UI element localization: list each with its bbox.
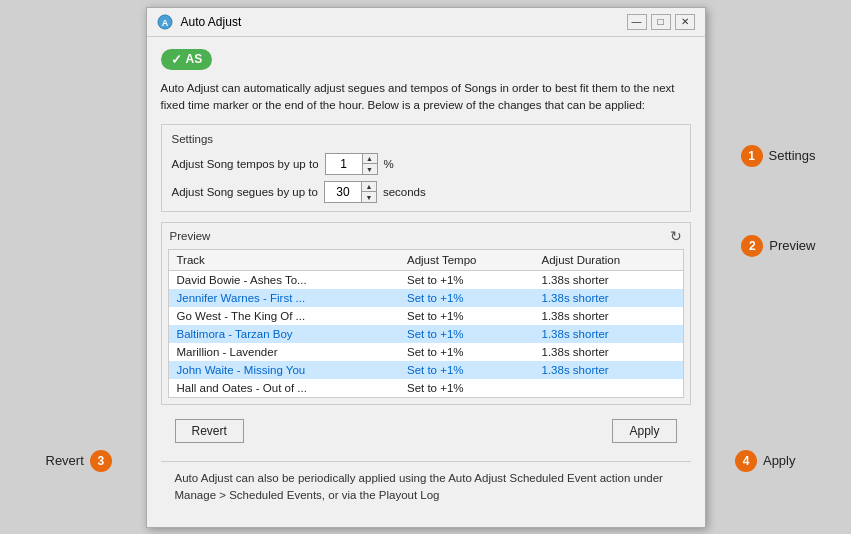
preview-group-label: Preview [170,230,211,242]
tempo-spinner: ▲ ▼ [325,153,378,175]
col-duration: Adjust Duration [534,250,683,271]
badge-label: AS [186,52,203,66]
callout-label-1: Settings [769,148,816,163]
cell-tempo: Set to +1% [399,289,534,307]
cell-duration: 1.38s shorter [534,325,683,343]
cell-track: Baltimora - Tarzan Boy [169,325,399,343]
tempo-setting-row: Adjust Song tempos by up to ▲ ▼ % [172,153,680,175]
cell-track: Hall and Oates - Out of ... [169,379,399,397]
cell-duration: 1.38s shorter [534,361,683,379]
segue-input[interactable] [325,182,361,202]
dialog-icon: A [157,14,173,30]
callout-circle-3: 3 [90,450,112,472]
preview-table-wrapper: Track Adjust Tempo Adjust Duration David… [168,249,684,398]
callout-1: 1 Settings [741,145,816,167]
maximize-button[interactable]: □ [651,14,671,30]
cell-tempo: Set to +1% [399,379,534,397]
cell-duration: 1.38s shorter [534,289,683,307]
col-track: Track [169,250,399,271]
check-icon: ✓ [171,52,182,67]
footer-buttons: Revert Apply [161,415,691,451]
callout-2: 2 Preview [741,235,815,257]
cell-duration [534,379,683,397]
cell-track: David Bowie - Ashes To... [169,271,399,290]
callout-4: 4 Apply [735,450,796,472]
table-row: Go West - The King Of ...Set to +1%1.38s… [169,307,683,325]
segue-spinner: ▲ ▼ [324,181,377,203]
dialog-title: Auto Adjust [181,15,619,29]
segue-spinner-buttons: ▲ ▼ [361,182,376,202]
auto-adjust-dialog: A Auto Adjust — □ ✕ ✓ AS Auto Adjust can… [146,7,706,528]
col-tempo: Adjust Tempo [399,250,534,271]
preview-group: Preview ↻ Track Adjust Tempo Adjust Dura… [161,222,691,405]
tempo-spinner-buttons: ▲ ▼ [362,154,377,174]
segue-down-button[interactable]: ▼ [362,192,376,202]
table-row: John Waite - Missing YouSet to +1%1.38s … [169,361,683,379]
segue-up-button[interactable]: ▲ [362,182,376,192]
segue-setting-row: Adjust Song segues by up to ▲ ▼ seconds [172,181,680,203]
callout-3: 3 Revert [46,450,112,472]
cell-duration: 1.38s shorter [534,307,683,325]
footer-note: Auto Adjust can also be periodically app… [161,461,691,515]
table-row: Marillion - LavenderSet to +1%1.38s shor… [169,343,683,361]
callout-circle-2: 2 [741,235,763,257]
table-row: Hall and Oates - Out of ...Set to +1% [169,379,683,397]
table-row: David Bowie - Ashes To...Set to +1%1.38s… [169,271,683,290]
cell-track: Marillion - Lavender [169,343,399,361]
apply-button[interactable]: Apply [612,419,676,443]
tempo-input[interactable] [326,154,362,174]
refresh-icon[interactable]: ↻ [670,228,682,244]
callout-label-4: Apply [763,453,796,468]
table-row: Baltimora - Tarzan BoySet to +1%1.38s sh… [169,325,683,343]
callout-circle-1: 1 [741,145,763,167]
callout-label-2: Preview [769,238,815,253]
close-button[interactable]: ✕ [675,14,695,30]
cell-tempo: Set to +1% [399,343,534,361]
preview-header: Preview ↻ [162,223,690,249]
preview-table: Track Adjust Tempo Adjust Duration David… [169,250,683,397]
tempo-label: Adjust Song tempos by up to [172,158,319,170]
tempo-unit: % [384,158,394,170]
table-header-row: Track Adjust Tempo Adjust Duration [169,250,683,271]
as-badge: ✓ AS [161,49,213,70]
window-controls: — □ ✕ [627,14,695,30]
cell-track: Go West - The King Of ... [169,307,399,325]
cell-track: John Waite - Missing You [169,361,399,379]
segue-unit: seconds [383,186,426,198]
revert-button[interactable]: Revert [175,419,244,443]
tempo-down-button[interactable]: ▼ [363,164,377,174]
cell-tempo: Set to +1% [399,307,534,325]
cell-tempo: Set to +1% [399,271,534,290]
minimize-button[interactable]: — [627,14,647,30]
cell-tempo: Set to +1% [399,361,534,379]
settings-group: Settings Adjust Song tempos by up to ▲ ▼… [161,124,691,212]
cell-duration: 1.38s shorter [534,343,683,361]
svg-text:A: A [161,18,168,28]
dialog-body: ✓ AS Auto Adjust can automatically adjus… [147,37,705,527]
dialog-wrapper: A Auto Adjust — □ ✕ ✓ AS Auto Adjust can… [146,7,706,528]
tempo-up-button[interactable]: ▲ [363,154,377,164]
table-row: Jennifer Warnes - First ...Set to +1%1.3… [169,289,683,307]
settings-group-label: Settings [172,133,680,145]
cell-track: Jennifer Warnes - First ... [169,289,399,307]
title-bar: A Auto Adjust — □ ✕ [147,8,705,37]
segue-label: Adjust Song segues by up to [172,186,318,198]
cell-tempo: Set to +1% [399,325,534,343]
description-text: Auto Adjust can automatically adjust seg… [161,80,691,115]
callout-circle-4: 4 [735,450,757,472]
cell-duration: 1.38s shorter [534,271,683,290]
callout-label-3: Revert [46,453,84,468]
